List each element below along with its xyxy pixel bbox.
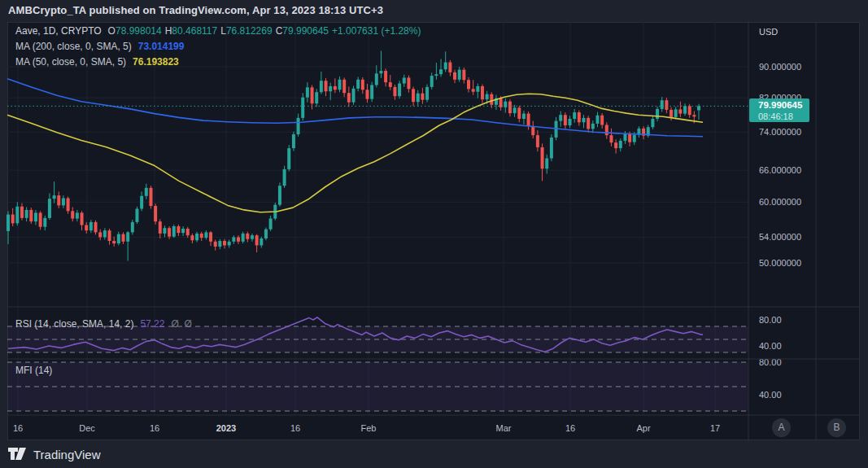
candle-body [375, 73, 378, 85]
time-axis-label[interactable]: 17 [710, 423, 720, 433]
candle-body [697, 106, 700, 110]
candle-body [140, 196, 143, 209]
symbol-legend-row[interactable]: Aave, 1D, CRYPTOO78.998014H80.468117L76.… [15, 25, 421, 37]
time-axis-label[interactable]: 16 [13, 423, 23, 433]
candle-body [7, 215, 10, 231]
ma200-value: 73.014199 [138, 41, 185, 52]
price-axis-label[interactable]: 60.000000 [759, 197, 801, 207]
candle-body [237, 237, 240, 241]
time-axis-label[interactable]: 16 [565, 423, 575, 433]
candle-body [517, 107, 521, 119]
price-axis-label[interactable]: 50.000000 [759, 258, 801, 268]
price-axis-label[interactable]: 90.000000 [759, 62, 801, 72]
price-axis-label[interactable]: 74.000000 [759, 127, 801, 137]
candle-body [467, 80, 470, 89]
open-label: O [108, 25, 116, 37]
candle-body [531, 126, 534, 135]
candle-body [94, 222, 98, 233]
time-axis-label[interactable]: 16 [290, 423, 300, 433]
candle-body [425, 87, 429, 100]
tradingview-logo[interactable]: TradingView [8, 444, 101, 464]
candle-body [117, 234, 120, 243]
time-axis-label[interactable]: Mar [496, 423, 512, 433]
rsi-legend-row[interactable]: RSI (14, close, SMA, 14, 2)57.22Ø Ø [15, 318, 192, 330]
price-scale-currency[interactable]: USD [759, 27, 778, 37]
candle-body [444, 63, 447, 70]
price-axis-label[interactable]: 66.000000 [759, 165, 801, 175]
indicator-axis-label[interactable]: 80.00 [759, 315, 782, 325]
candle-body [458, 70, 461, 80]
price-axis-label[interactable]: 54.000000 [759, 232, 801, 242]
chart-canvas[interactable]: 16Dec16202316FebMar16Apr1790.00000082.00… [0, 0, 868, 468]
last-price-badge[interactable]: 79.990645 08:46:18 [749, 98, 809, 122]
candle-body [670, 110, 673, 117]
candle-body [370, 85, 373, 98]
ma50-line [7, 94, 703, 212]
candle-body [417, 94, 420, 102]
candle-body [619, 141, 622, 148]
time-axis-label[interactable]: Dec [79, 423, 95, 433]
indicator-axis-label[interactable]: 40.00 [759, 341, 782, 351]
tradingview-logo-icon [8, 447, 28, 461]
scale-b-button[interactable]: B [827, 418, 846, 437]
candle-body [678, 109, 682, 113]
candle-body [57, 195, 60, 205]
candle-body [43, 218, 46, 227]
candle-body [311, 87, 314, 103]
candle-body [195, 234, 198, 240]
tradingview-published-chart: AMBCrypto_TA published on TradingView.co… [0, 0, 868, 468]
time-axis-label[interactable]: Feb [361, 423, 377, 433]
candle-body [48, 199, 51, 218]
candle-body [112, 241, 116, 243]
candle-body [651, 119, 654, 127]
candle-body [448, 63, 451, 72]
candle-body [439, 69, 443, 74]
candle-body [536, 135, 539, 147]
candle-body [89, 222, 93, 230]
change-value: +1.007631 (+1.28%) [332, 25, 421, 37]
ma200-label: MA (200, close, 0, SMA, 5) [15, 41, 132, 52]
candle-body [628, 133, 631, 142]
mfi-legend-row[interactable]: MFI (14) [15, 365, 52, 376]
candle-body [342, 80, 346, 93]
candle-body [527, 114, 530, 126]
candle-body [591, 124, 595, 129]
candle-body [228, 242, 231, 246]
candle-body [103, 230, 107, 237]
candle-body [490, 94, 493, 105]
candle-body [623, 133, 626, 140]
candle-body [569, 119, 572, 125]
candle-body [131, 222, 134, 233]
bar-countdown: 08:46:18 [758, 111, 809, 122]
candle-body [181, 229, 185, 233]
scale-a-button[interactable]: A [772, 418, 791, 437]
candle-body [600, 116, 604, 125]
candle-body [614, 142, 617, 148]
candle-body [605, 125, 608, 135]
candle-body [338, 80, 342, 90]
candle-body [25, 210, 28, 218]
candle-body [159, 221, 162, 234]
candle-body [200, 234, 203, 238]
candle-body [541, 147, 544, 168]
candle-body [407, 77, 410, 89]
time-axis-label[interactable]: 2023 [216, 423, 236, 433]
candle-body [172, 226, 176, 237]
ma50-legend-row[interactable]: MA (50, close, 0, SMA, 5)76.193823 [15, 56, 179, 68]
candle-body [278, 186, 281, 204]
candle-body [379, 71, 382, 73]
candle-body [29, 210, 33, 221]
candle-body [154, 206, 157, 221]
rsi-label: RSI (14, close, SMA, 14, 2) [15, 318, 133, 330]
indicator-axis-label[interactable]: 40.00 [759, 390, 782, 400]
ma200-legend-row[interactable]: MA (200, close, 0, SMA, 5)73.014199 [15, 41, 184, 52]
candle-body [365, 90, 369, 98]
candle-body [481, 86, 484, 99]
candle-body [297, 118, 300, 134]
candle-body [325, 81, 328, 91]
low-label: L [220, 25, 226, 37]
candle-body [301, 98, 304, 118]
time-axis-label[interactable]: Apr [636, 423, 650, 433]
candle-body [122, 234, 125, 242]
time-axis-label[interactable]: 16 [150, 423, 159, 433]
